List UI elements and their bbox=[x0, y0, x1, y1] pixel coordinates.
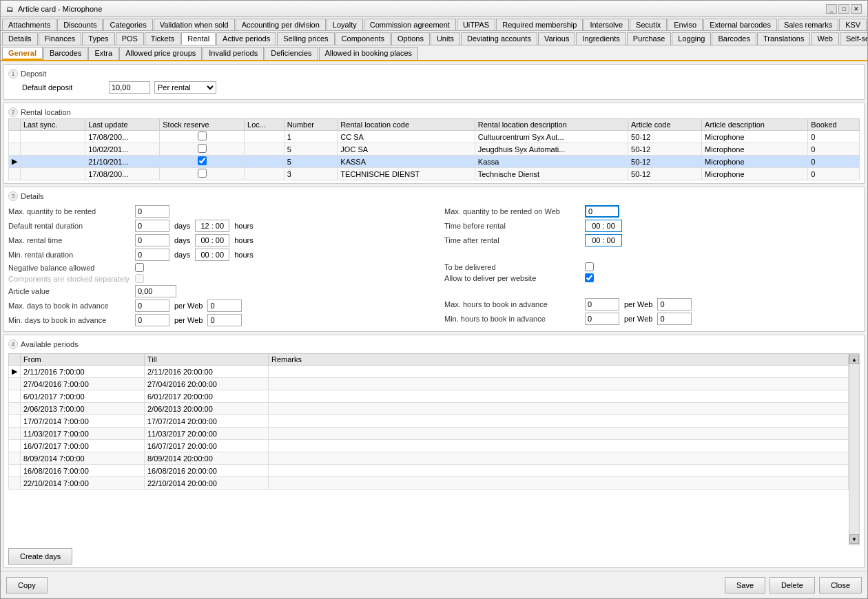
tab-invalid-periods[interactable]: Invalid periods bbox=[203, 47, 264, 60]
tab-commission[interactable]: Commission agreement bbox=[364, 19, 456, 30]
tab-barcodes3[interactable]: Barcodes bbox=[43, 47, 87, 60]
delete-button[interactable]: Delete bbox=[769, 577, 815, 593]
min-days-advance-web-input[interactable] bbox=[207, 314, 242, 326]
tab-types[interactable]: Types bbox=[82, 32, 114, 45]
default-rental-days-input[interactable] bbox=[135, 220, 169, 232]
default-deposit-input[interactable] bbox=[109, 81, 150, 94]
table-row[interactable]: 17/08/200... 3 TECHNISCHE DIENST Technis… bbox=[9, 168, 860, 180]
list-item[interactable]: 22/10/2014 7:00:00 22/10/2014 20:00:00 bbox=[9, 477, 849, 490]
article-value-input[interactable] bbox=[135, 285, 176, 297]
tab-various[interactable]: Various bbox=[538, 32, 575, 45]
list-item[interactable]: 16/08/2016 7:00:00 16/08/2016 20:00:00 bbox=[9, 465, 849, 477]
tab-categories[interactable]: Categories bbox=[103, 19, 152, 30]
tab-required[interactable]: Required membership bbox=[496, 19, 583, 30]
components-checkbox[interactable] bbox=[135, 274, 144, 283]
tab-tickets[interactable]: Tickets bbox=[145, 32, 180, 45]
tab-general[interactable]: General bbox=[2, 47, 43, 60]
max-qty-input[interactable] bbox=[135, 205, 169, 218]
table-row[interactable]: 17/08/200... 1 CC SA Cultuurcentrum Syx … bbox=[9, 131, 860, 143]
tab-enviso[interactable]: Enviso bbox=[668, 19, 703, 30]
tab-extra[interactable]: Extra bbox=[88, 47, 118, 60]
tab-external[interactable]: External barcodes bbox=[703, 19, 777, 30]
list-item[interactable]: 17/07/2014 7:00:00 17/07/2014 20:00:00 bbox=[9, 415, 849, 428]
list-item[interactable]: 27/04/2016 7:00:00 27/04/2016 20:00:00 bbox=[9, 378, 849, 390]
list-item[interactable]: 16/07/2017 7:00:00 16/07/2017 20:00:00 bbox=[9, 440, 849, 452]
tab-loyalty[interactable]: Loyalty bbox=[327, 19, 363, 30]
create-days-button[interactable]: Create days bbox=[8, 548, 72, 565]
list-item[interactable]: 8/09/2014 7:00:00 8/09/2014 20:00:00 bbox=[9, 452, 849, 465]
tab-finances[interactable]: Finances bbox=[39, 32, 82, 45]
tab-active-periods[interactable]: Active periods bbox=[216, 32, 276, 45]
save-button[interactable]: Save bbox=[725, 577, 765, 593]
table-row[interactable]: ▶ 21/10/201... 5 KASSA Kassa 50-12 Micro… bbox=[9, 156, 860, 168]
tab-uitpas[interactable]: UiTPAS bbox=[457, 19, 495, 30]
tab-sales[interactable]: Sales remarks bbox=[778, 19, 838, 30]
tab-deviating[interactable]: Deviating accounts bbox=[461, 32, 537, 45]
tab-accounting[interactable]: Accounting per division bbox=[236, 19, 326, 30]
min-days-advance-label: Min. days to book in advance bbox=[8, 316, 132, 324]
tab-logging[interactable]: Logging bbox=[672, 32, 711, 45]
list-item[interactable]: 11/03/2017 7:00:00 11/03/2017 20:00:00 bbox=[9, 428, 849, 440]
tab-validation[interactable]: Validation when sold bbox=[154, 19, 235, 30]
tab-translations[interactable]: Translations bbox=[757, 32, 811, 45]
tab-secutix[interactable]: Secutix bbox=[630, 19, 667, 30]
min-hours-advance-input[interactable] bbox=[585, 313, 619, 325]
last-update-cell: 17/08/200... bbox=[85, 131, 160, 143]
max-days-advance-input[interactable] bbox=[135, 300, 169, 312]
min-hours-advance-web-input[interactable] bbox=[657, 313, 692, 325]
from-cell: 6/01/2017 7:00:00 bbox=[21, 390, 145, 403]
close-button[interactable]: ✕ bbox=[851, 4, 862, 14]
last-sync-cell bbox=[21, 156, 85, 168]
tab-rental[interactable]: Rental bbox=[181, 32, 216, 45]
minimize-button[interactable]: _ bbox=[826, 4, 837, 14]
min-days-advance-input[interactable] bbox=[135, 314, 169, 326]
tab-ingredients[interactable]: Ingredients bbox=[576, 32, 626, 45]
table-row[interactable]: 10/02/201... 5 JOC SA Jeugdhuis Syx Auto… bbox=[9, 143, 860, 156]
tab-ksv[interactable]: KSV bbox=[839, 19, 867, 30]
max-hours-advance-input[interactable] bbox=[585, 298, 619, 311]
neg-balance-checkbox[interactable] bbox=[135, 263, 144, 272]
scrollbar[interactable]: ▲ ▼ bbox=[849, 353, 860, 545]
copy-button[interactable]: Copy bbox=[6, 577, 48, 593]
default-rental-hours-input[interactable]: 12 : 00 bbox=[195, 220, 229, 232]
tab-deficiencies[interactable]: Deficiencies bbox=[265, 47, 318, 60]
list-item[interactable]: 2/06/2013 7:00:00 2/06/2013 20:00:00 bbox=[9, 403, 849, 415]
tab-intersolve[interactable]: Intersolve bbox=[583, 19, 629, 30]
maximize-button[interactable]: □ bbox=[838, 4, 849, 14]
tab-purchase[interactable]: Purchase bbox=[627, 32, 671, 45]
tab-units[interactable]: Units bbox=[431, 32, 460, 45]
per-rental-select[interactable]: Per rental Per day Per hour bbox=[154, 81, 216, 94]
col-last-update: Last update bbox=[85, 119, 160, 131]
number-cell: 1 bbox=[284, 131, 337, 143]
to-be-delivered-checkbox[interactable] bbox=[585, 262, 594, 271]
tab-selfservice[interactable]: Self-service kiosk bbox=[840, 32, 867, 45]
tab-attachments[interactable]: Attachments bbox=[2, 19, 56, 30]
close-button-footer[interactable]: Close bbox=[819, 577, 862, 593]
max-qty-web-label: Max. quantity to be rented on Web bbox=[444, 207, 582, 216]
scroll-up-button[interactable]: ▲ bbox=[849, 355, 859, 364]
tab-barcodes2[interactable]: Barcodes bbox=[712, 32, 756, 45]
scroll-down-button[interactable]: ▼ bbox=[849, 534, 859, 544]
tab-selling[interactable]: Selling prices bbox=[277, 32, 334, 45]
max-rental-hours-input[interactable]: 00 : 00 bbox=[195, 234, 229, 246]
max-rental-label: Max. rental time bbox=[8, 236, 132, 244]
tab-web[interactable]: Web bbox=[811, 32, 838, 45]
tab-discounts[interactable]: Discounts bbox=[57, 19, 103, 30]
tab-details[interactable]: Details bbox=[2, 32, 38, 45]
max-rental-days-input[interactable] bbox=[135, 234, 169, 246]
tab-pos[interactable]: POS bbox=[116, 32, 144, 45]
tab-allowed-price[interactable]: Allowed price groups bbox=[119, 47, 202, 60]
list-item[interactable]: 6/01/2017 7:00:00 6/01/2017 20:00:00 bbox=[9, 390, 849, 403]
max-qty-web-input[interactable] bbox=[585, 205, 619, 218]
min-rental-hours-input[interactable]: 00 : 00 bbox=[195, 249, 229, 261]
min-rental-days-input[interactable] bbox=[135, 249, 169, 261]
time-after-input[interactable]: 00 : 00 bbox=[585, 234, 622, 246]
max-hours-advance-web-input[interactable] bbox=[657, 298, 692, 311]
list-item[interactable]: ▶ 2/11/2016 7:00:00 2/11/2016 20:00:00 bbox=[9, 366, 849, 378]
tab-components[interactable]: Components bbox=[335, 32, 391, 45]
max-days-advance-web-input[interactable] bbox=[207, 300, 242, 312]
time-before-input[interactable]: 00 : 00 bbox=[585, 220, 622, 232]
tab-allowed-booking[interactable]: Allowed in booking places bbox=[319, 47, 419, 60]
allow-deliver-checkbox[interactable] bbox=[585, 273, 594, 282]
tab-options[interactable]: Options bbox=[391, 32, 430, 45]
